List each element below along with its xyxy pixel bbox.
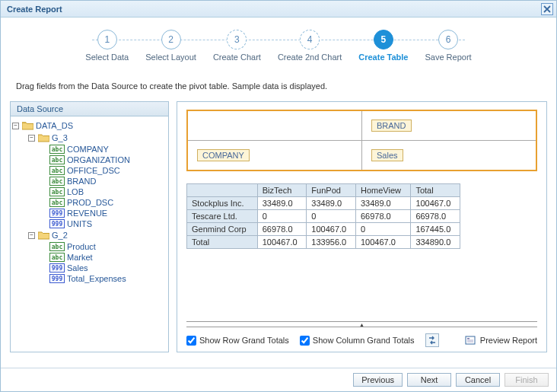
preview-report-button[interactable]: Preview Report (463, 333, 537, 347)
tree-field[interactable]: abc BRAND (12, 176, 167, 186)
tree-toggle[interactable]: − (12, 123, 19, 129)
checkbox-label: Show Column Grand Totals (313, 336, 415, 345)
tree-node-root[interactable]: − DATA_DS (12, 120, 167, 132)
pivot-row-header: Total (187, 236, 258, 249)
wizard-steps: 1 Select Data 2 Select Layout 3 Create C… (1, 18, 556, 71)
pivot-cell: 100467.0 (307, 223, 356, 236)
svg-rect-3 (467, 342, 473, 343)
pivot-cell: 334890.0 (411, 236, 460, 249)
cancel-button[interactable]: Cancel (456, 373, 500, 387)
pivot-col-header: BizTech (257, 184, 307, 197)
tree-label: DATA_DS (36, 121, 73, 130)
svg-rect-2 (467, 340, 473, 341)
tree-label: G_2 (52, 231, 68, 240)
drop-zone-rows[interactable]: COMPANY (188, 141, 361, 170)
pivot-cell: 0 (257, 210, 307, 223)
finish-button: Finish (504, 373, 549, 387)
pivot-cell: 100467.0 (257, 236, 307, 249)
tree-field-label: Product (67, 242, 96, 251)
expand-handle[interactable] (186, 321, 537, 327)
data-source-panel: Data Source − DATA_DS − G_3 abc COMPANYa… (10, 101, 169, 352)
field-chip-sales[interactable]: Sales (371, 149, 403, 161)
previous-button[interactable]: Previous (353, 373, 403, 387)
dialog-title: Create Report (7, 5, 62, 14)
step-create-table[interactable]: 5 Create Table (358, 30, 408, 62)
main-area: Data Source − DATA_DS − G_3 abc COMPANYa… (1, 98, 556, 359)
tree-field-label: Market (67, 253, 93, 262)
text-type-icon: abc (49, 242, 65, 251)
text-type-icon: abc (49, 155, 65, 164)
dialog-footer: Previous Next Cancel Finish (1, 368, 556, 391)
step-select-data[interactable]: 1 Select Data (85, 30, 129, 62)
pivot-cell: 33489.0 (355, 197, 410, 210)
show-row-grand-totals-checkbox[interactable]: Show Row Grand Totals (186, 336, 289, 346)
tree-field[interactable]: 999 UNITS (12, 218, 167, 229)
tree-field[interactable]: abc COMPANY (12, 144, 167, 155)
step-label: Select Data (85, 53, 129, 62)
step-select-layout[interactable]: 2 Select Layout (145, 30, 196, 62)
pivot-cell: 33489.0 (257, 197, 307, 210)
tree-field[interactable]: 999 REVENUE (12, 208, 167, 218)
tree-field-label: Sales (67, 263, 88, 272)
checkbox-input[interactable] (300, 336, 310, 346)
drop-zone-data[interactable]: Sales (361, 141, 536, 170)
show-column-grand-totals-checkbox[interactable]: Show Column Grand Totals (300, 336, 415, 346)
number-type-icon: 999 (49, 263, 65, 272)
pivot-cell: 100467.0 (355, 236, 410, 249)
svg-rect-1 (467, 338, 469, 339)
tree-field-label: REVENUE (67, 209, 107, 218)
step-save-report[interactable]: 6 Save Report (425, 30, 471, 62)
step-label: Save Report (425, 53, 471, 62)
tree-field[interactable]: abc ORGANIZATION (12, 155, 167, 165)
step-number: 1 (97, 30, 117, 49)
pivot-corner (187, 184, 258, 197)
tree-field[interactable]: abc Market (12, 252, 167, 263)
step-label: Create Table (358, 53, 408, 62)
tree-field[interactable]: abc PROD_DSC (12, 197, 167, 208)
tree-field-label: COMPANY (67, 145, 109, 154)
swap-axes-button[interactable] (425, 333, 439, 347)
drop-zone-empty[interactable] (188, 111, 361, 140)
tree-toggle[interactable]: − (28, 232, 35, 239)
pivot-cell: 33489.0 (307, 197, 356, 210)
tree-field[interactable]: abc OFFICE_DSC (12, 165, 167, 176)
text-type-icon: abc (49, 198, 65, 207)
tree-label: G_3 (52, 133, 68, 142)
step-number: 2 (161, 30, 181, 49)
tree-field[interactable]: 999 Sales (12, 263, 167, 273)
design-panel: BRAND COMPANY Sales BizTechFunPodHomeVie… (177, 101, 547, 352)
tree-field-label: UNITS (67, 219, 92, 228)
next-button[interactable]: Next (407, 373, 451, 387)
number-type-icon: 999 (49, 209, 65, 218)
preview-icon (463, 333, 477, 347)
tree-field[interactable]: abc Product (12, 241, 167, 252)
step-label: Create Chart (213, 53, 261, 62)
tree-toggle[interactable]: − (28, 135, 35, 142)
field-chip-company[interactable]: COMPANY (197, 149, 250, 161)
close-button[interactable] (541, 3, 553, 15)
step-number: 6 (438, 30, 458, 49)
checkbox-input[interactable] (186, 336, 196, 346)
pivot-cell: 133956.0 (307, 236, 356, 249)
checkbox-label: Show Row Grand Totals (199, 336, 289, 345)
step-number: 5 (374, 30, 393, 49)
tree-field[interactable]: 999 Total_Expenses (12, 273, 167, 284)
swap-icon (428, 336, 437, 345)
tree-field[interactable]: abc LOB (12, 186, 167, 197)
pivot-cell: 100467.0 (411, 197, 460, 210)
tree-node-g2[interactable]: − G_2 (12, 229, 167, 241)
pivot-row: Total100467.0133956.0100467.0334890.0 (187, 236, 460, 249)
field-chip-brand[interactable]: BRAND (371, 120, 412, 132)
text-type-icon: abc (49, 145, 65, 154)
tree-field-label: Total_Expenses (67, 274, 126, 283)
tree-node-g3[interactable]: − G_3 (12, 132, 167, 144)
step-create-chart[interactable]: 3 Create Chart (213, 30, 261, 62)
step-create-2nd-chart[interactable]: 4 Create 2nd Chart (278, 30, 342, 62)
tree-field-label: OFFICE_DSC (67, 166, 120, 175)
drop-zone-columns[interactable]: BRAND (361, 111, 536, 140)
tree-field-label: LOB (67, 187, 84, 196)
tree-field-label: BRAND (67, 177, 97, 186)
data-source-header: Data Source (11, 102, 168, 116)
pivot-row: Genmind Corp66978.0100467.00167445.0 (187, 223, 460, 236)
pivot-col-header: FunPod (307, 184, 356, 197)
